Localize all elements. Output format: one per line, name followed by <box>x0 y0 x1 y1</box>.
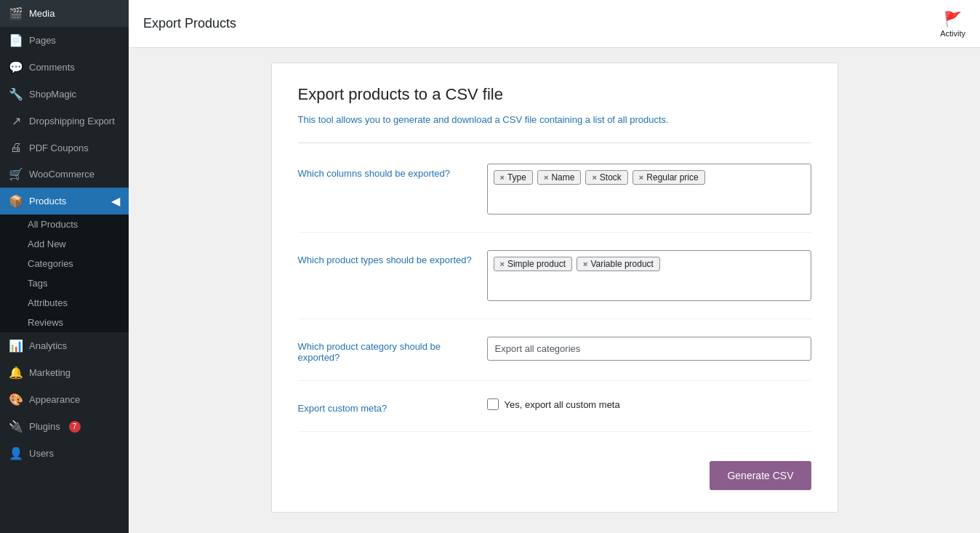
columns-row: Which columns should be exported? × Type… <box>298 164 811 233</box>
remove-stock-icon[interactable]: × <box>592 173 596 182</box>
sidebar-item-woocommerce[interactable]: 🛒 WooCommerce <box>0 161 129 188</box>
comments-icon: 💬 <box>9 60 23 74</box>
sidebar-item-comments[interactable]: 💬 Comments <box>0 54 129 81</box>
tag-simple-product[interactable]: × Simple product <box>494 257 572 271</box>
tag-name[interactable]: × Name <box>537 170 581 185</box>
sidebar-item-pdf-coupons[interactable]: 🖨 PDF Coupons <box>0 135 129 161</box>
types-tag-input[interactable]: × Simple product × Variable product <box>487 250 811 301</box>
sidebar-subitem-attributes[interactable]: Attributes <box>0 293 129 313</box>
users-icon: 👤 <box>9 446 23 460</box>
products-icon: 📦 <box>9 194 23 208</box>
category-label: Which product category should be exporte… <box>298 337 473 363</box>
sidebar-item-analytics[interactable]: 📊 Analytics <box>0 332 129 359</box>
sidebar-item-media[interactable]: 🎬 Media <box>0 0 129 27</box>
generate-csv-button[interactable]: Generate CSV <box>710 461 811 490</box>
sidebar-subitem-tags[interactable]: Tags <box>0 273 129 293</box>
columns-field: × Type × Name × Stock × <box>487 164 811 215</box>
sidebar-item-users[interactable]: 👤 Users <box>0 440 129 467</box>
analytics-icon: 📊 <box>9 339 23 353</box>
custom-meta-checkbox-row: Yes, export all custom meta <box>487 398 811 410</box>
shopmagic-icon: 🔧 <box>9 87 23 101</box>
woocommerce-icon: 🛒 <box>9 167 23 181</box>
tag-stock[interactable]: × Stock <box>585 170 627 185</box>
sidebar-item-pages[interactable]: 📄 Pages <box>0 27 129 54</box>
custom-meta-checkbox[interactable] <box>487 398 499 410</box>
types-label: Which product types should be exported? <box>298 250 473 265</box>
generate-section: Generate CSV <box>298 449 811 490</box>
sidebar-item-appearance[interactable]: 🎨 Appearance <box>0 386 129 413</box>
activity-label: Activity <box>940 29 965 38</box>
appearance-icon: 🎨 <box>9 393 23 406</box>
custom-meta-label: Export custom meta? <box>298 398 473 414</box>
media-icon: 🎬 <box>9 7 23 20</box>
sidebar-item-products[interactable]: 📦 Products ◀ <box>0 188 129 215</box>
category-field: Export all categories <box>487 337 811 361</box>
dropshipping-icon: ↗ <box>9 114 23 128</box>
products-submenu: All Products Add New Categories Tags Att… <box>0 215 129 332</box>
plugins-badge: 7 <box>69 421 81 433</box>
sidebar-subitem-all-products[interactable]: All Products <box>0 215 129 234</box>
marketing-icon: 🔔 <box>9 366 23 380</box>
sidebar-subitem-add-new[interactable]: Add New <box>0 234 129 254</box>
activity-icon: 🚩 <box>944 10 962 28</box>
main-area: Export Products 🚩 Activity Export produc… <box>129 0 980 533</box>
types-field: × Simple product × Variable product <box>487 250 811 301</box>
remove-variable-icon[interactable]: × <box>583 260 587 268</box>
category-select[interactable]: Export all categories <box>487 337 811 361</box>
activity-button[interactable]: 🚩 Activity <box>940 10 965 38</box>
page-title: Export Products <box>143 16 236 31</box>
sidebar-item-marketing[interactable]: 🔔 Marketing <box>0 359 129 386</box>
tag-type[interactable]: × Type <box>494 170 533 185</box>
types-row: Which product types should be exported? … <box>298 250 811 319</box>
category-row: Which product category should be exporte… <box>298 337 811 381</box>
custom-meta-checkbox-label[interactable]: Yes, export all custom meta <box>505 399 620 410</box>
sidebar-subitem-categories[interactable]: Categories <box>0 254 129 273</box>
sidebar-item-dropshipping[interactable]: ↗ Dropshipping Export <box>0 108 129 135</box>
topbar: Export Products 🚩 Activity <box>129 0 980 48</box>
columns-label: Which columns should be exported? <box>298 164 473 179</box>
custom-meta-field: Yes, export all custom meta <box>487 398 811 410</box>
sidebar-item-plugins[interactable]: 🔌 Plugins 7 <box>0 413 129 440</box>
remove-regular-price-icon[interactable]: × <box>639 173 643 182</box>
plugins-icon: 🔌 <box>9 420 23 433</box>
export-card: Export products to a CSV file This tool … <box>271 63 838 513</box>
pages-icon: 📄 <box>9 33 23 47</box>
pdf-coupons-icon: 🖨 <box>9 141 23 154</box>
sidebar-item-shopmagic[interactable]: 🔧 ShopMagic <box>0 81 129 108</box>
tag-variable-product[interactable]: × Variable product <box>577 257 660 271</box>
sidebar: 🎬 Media 📄 Pages 💬 Comments 🔧 ShopMagic ↗… <box>0 0 129 533</box>
remove-simple-icon[interactable]: × <box>500 260 505 268</box>
export-heading: Export products to a CSV file <box>298 85 811 104</box>
sidebar-subitem-reviews[interactable]: Reviews <box>0 313 129 332</box>
content-area: Export products to a CSV file This tool … <box>129 48 980 533</box>
export-subtitle: This tool allows you to generate and dow… <box>298 114 811 143</box>
remove-type-icon[interactable]: × <box>500 173 505 182</box>
columns-tag-input[interactable]: × Type × Name × Stock × <box>487 164 811 215</box>
custom-meta-row: Export custom meta? Yes, export all cust… <box>298 398 811 432</box>
tag-regular-price[interactable]: × Regular price <box>632 170 705 185</box>
remove-name-icon[interactable]: × <box>544 173 548 182</box>
